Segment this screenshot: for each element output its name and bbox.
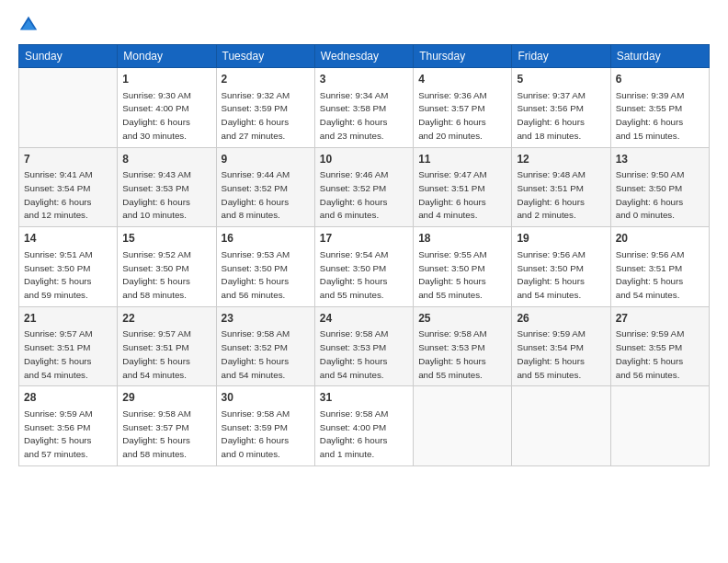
weekday-header-friday: Friday — [512, 45, 610, 68]
day-info: Sunrise: 9:50 AM Sunset: 3:50 PM Dayligh… — [616, 168, 704, 223]
calendar-cell: 12Sunrise: 9:48 AM Sunset: 3:51 PM Dayli… — [512, 147, 610, 227]
calendar-week-row: 28Sunrise: 9:59 AM Sunset: 3:56 PM Dayli… — [19, 386, 710, 466]
calendar-cell: 10Sunrise: 9:46 AM Sunset: 3:52 PM Dayli… — [314, 147, 413, 227]
day-info: Sunrise: 9:59 AM Sunset: 3:55 PM Dayligh… — [616, 327, 704, 382]
calendar-cell: 28Sunrise: 9:59 AM Sunset: 3:56 PM Dayli… — [19, 386, 118, 466]
day-info: Sunrise: 9:30 AM Sunset: 4:00 PM Dayligh… — [122, 89, 210, 144]
day-number: 31 — [320, 390, 408, 406]
day-number: 13 — [616, 152, 704, 167]
day-number: 4 — [418, 72, 506, 87]
weekday-header-saturday: Saturday — [610, 45, 709, 68]
day-number: 8 — [122, 152, 210, 167]
logo-icon — [18, 15, 39, 35]
day-number: 14 — [24, 231, 112, 247]
day-number: 25 — [418, 311, 506, 327]
calendar-cell: 13Sunrise: 9:50 AM Sunset: 3:50 PM Dayli… — [610, 147, 709, 227]
calendar-week-row: 7Sunrise: 9:41 AM Sunset: 3:54 PM Daylig… — [19, 147, 710, 227]
page: SundayMondayTuesdayWednesdayThursdayFrid… — [0, 0, 728, 563]
day-number: 11 — [418, 152, 506, 167]
day-info: Sunrise: 9:44 AM Sunset: 3:52 PM Dayligh… — [222, 168, 310, 223]
calendar-cell: 11Sunrise: 9:47 AM Sunset: 3:51 PM Dayli… — [414, 147, 512, 227]
calendar-cell: 3Sunrise: 9:34 AM Sunset: 3:58 PM Daylig… — [314, 68, 413, 148]
day-number: 29 — [122, 390, 210, 406]
calendar-cell: 31Sunrise: 9:58 AM Sunset: 4:00 PM Dayli… — [314, 386, 413, 466]
day-info: Sunrise: 9:58 AM Sunset: 4:00 PM Dayligh… — [320, 408, 408, 462]
calendar-cell: 7Sunrise: 9:41 AM Sunset: 3:54 PM Daylig… — [19, 147, 118, 227]
day-info: Sunrise: 9:41 AM Sunset: 3:54 PM Dayligh… — [24, 168, 112, 223]
calendar-cell: 6Sunrise: 9:39 AM Sunset: 3:55 PM Daylig… — [610, 68, 709, 148]
day-info: Sunrise: 9:57 AM Sunset: 3:51 PM Dayligh… — [24, 327, 112, 382]
day-info: Sunrise: 9:53 AM Sunset: 3:50 PM Dayligh… — [222, 248, 310, 303]
day-info: Sunrise: 9:51 AM Sunset: 3:50 PM Dayligh… — [24, 248, 112, 303]
calendar-cell: 27Sunrise: 9:59 AM Sunset: 3:55 PM Dayli… — [610, 306, 709, 386]
calendar-cell: 18Sunrise: 9:55 AM Sunset: 3:50 PM Dayli… — [414, 227, 512, 307]
day-number: 20 — [616, 231, 704, 247]
day-info: Sunrise: 9:56 AM Sunset: 3:51 PM Dayligh… — [616, 248, 704, 303]
calendar-cell — [610, 386, 709, 466]
day-info: Sunrise: 9:46 AM Sunset: 3:52 PM Dayligh… — [320, 168, 408, 223]
calendar-cell: 8Sunrise: 9:43 AM Sunset: 3:53 PM Daylig… — [118, 147, 216, 227]
day-info: Sunrise: 9:58 AM Sunset: 3:57 PM Dayligh… — [122, 408, 210, 462]
day-info: Sunrise: 9:59 AM Sunset: 3:54 PM Dayligh… — [517, 327, 605, 382]
calendar-cell: 22Sunrise: 9:57 AM Sunset: 3:51 PM Dayli… — [118, 306, 216, 386]
calendar-cell — [414, 386, 512, 466]
weekday-header-sunday: Sunday — [19, 45, 118, 68]
weekday-header-tuesday: Tuesday — [216, 45, 314, 68]
weekday-header-thursday: Thursday — [414, 45, 512, 68]
calendar-cell: 17Sunrise: 9:54 AM Sunset: 3:50 PM Dayli… — [314, 227, 413, 307]
logo — [18, 17, 42, 35]
day-info: Sunrise: 9:34 AM Sunset: 3:58 PM Dayligh… — [320, 89, 408, 144]
day-number: 3 — [320, 72, 408, 87]
day-info: Sunrise: 9:47 AM Sunset: 3:51 PM Dayligh… — [418, 168, 506, 223]
day-number: 15 — [122, 231, 210, 247]
calendar-cell: 14Sunrise: 9:51 AM Sunset: 3:50 PM Dayli… — [19, 227, 118, 307]
day-number: 26 — [517, 311, 605, 327]
day-info: Sunrise: 9:48 AM Sunset: 3:51 PM Dayligh… — [517, 168, 605, 223]
calendar-cell: 20Sunrise: 9:56 AM Sunset: 3:51 PM Dayli… — [610, 227, 709, 307]
day-info: Sunrise: 9:43 AM Sunset: 3:53 PM Dayligh… — [122, 168, 210, 223]
day-number: 5 — [517, 72, 605, 87]
day-number: 23 — [222, 311, 310, 327]
day-info: Sunrise: 9:58 AM Sunset: 3:59 PM Dayligh… — [222, 408, 310, 462]
day-info: Sunrise: 9:37 AM Sunset: 3:56 PM Dayligh… — [517, 89, 605, 144]
day-number: 1 — [122, 72, 210, 87]
day-info: Sunrise: 9:58 AM Sunset: 3:52 PM Dayligh… — [222, 327, 310, 382]
calendar-cell: 9Sunrise: 9:44 AM Sunset: 3:52 PM Daylig… — [216, 147, 314, 227]
day-number: 17 — [320, 231, 408, 247]
day-info: Sunrise: 9:36 AM Sunset: 3:57 PM Dayligh… — [418, 89, 506, 144]
calendar-cell: 24Sunrise: 9:58 AM Sunset: 3:53 PM Dayli… — [314, 306, 413, 386]
day-info: Sunrise: 9:59 AM Sunset: 3:56 PM Dayligh… — [24, 408, 112, 462]
day-info: Sunrise: 9:58 AM Sunset: 3:53 PM Dayligh… — [418, 327, 506, 382]
calendar-cell: 2Sunrise: 9:32 AM Sunset: 3:59 PM Daylig… — [216, 68, 314, 148]
header — [18, 17, 710, 35]
calendar-week-row: 21Sunrise: 9:57 AM Sunset: 3:51 PM Dayli… — [19, 306, 710, 386]
day-number: 7 — [24, 152, 112, 167]
day-number: 27 — [616, 311, 704, 327]
day-info: Sunrise: 9:39 AM Sunset: 3:55 PM Dayligh… — [616, 89, 704, 144]
calendar-cell: 29Sunrise: 9:58 AM Sunset: 3:57 PM Dayli… — [118, 386, 216, 466]
day-info: Sunrise: 9:52 AM Sunset: 3:50 PM Dayligh… — [122, 248, 210, 303]
calendar-cell: 23Sunrise: 9:58 AM Sunset: 3:52 PM Dayli… — [216, 306, 314, 386]
day-number: 18 — [418, 231, 506, 247]
calendar-cell: 21Sunrise: 9:57 AM Sunset: 3:51 PM Dayli… — [19, 306, 118, 386]
day-number: 12 — [517, 152, 605, 167]
calendar-cell: 5Sunrise: 9:37 AM Sunset: 3:56 PM Daylig… — [512, 68, 610, 148]
day-info: Sunrise: 9:32 AM Sunset: 3:59 PM Dayligh… — [222, 89, 310, 144]
calendar-cell: 25Sunrise: 9:58 AM Sunset: 3:53 PM Dayli… — [414, 306, 512, 386]
calendar-cell: 19Sunrise: 9:56 AM Sunset: 3:50 PM Dayli… — [512, 227, 610, 307]
day-info: Sunrise: 9:58 AM Sunset: 3:53 PM Dayligh… — [320, 327, 408, 382]
day-number: 22 — [122, 311, 210, 327]
calendar-cell — [512, 386, 610, 466]
weekday-header-monday: Monday — [118, 45, 216, 68]
day-number: 10 — [320, 152, 408, 167]
calendar-cell: 15Sunrise: 9:52 AM Sunset: 3:50 PM Dayli… — [118, 227, 216, 307]
day-number: 16 — [222, 231, 310, 247]
weekday-header-wednesday: Wednesday — [314, 45, 413, 68]
day-info: Sunrise: 9:54 AM Sunset: 3:50 PM Dayligh… — [320, 248, 408, 303]
calendar-cell: 1Sunrise: 9:30 AM Sunset: 4:00 PM Daylig… — [118, 68, 216, 148]
calendar-cell: 26Sunrise: 9:59 AM Sunset: 3:54 PM Dayli… — [512, 306, 610, 386]
day-number: 19 — [517, 231, 605, 247]
calendar-cell — [19, 68, 118, 148]
calendar: SundayMondayTuesdayWednesdayThursdayFrid… — [18, 44, 710, 466]
weekday-header-row: SundayMondayTuesdayWednesdayThursdayFrid… — [19, 45, 710, 68]
